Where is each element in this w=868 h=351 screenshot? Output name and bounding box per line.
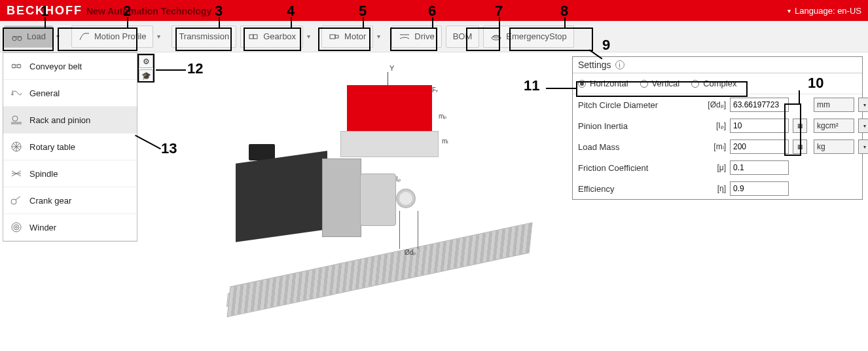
rack-pinion-icon (10, 113, 23, 126)
axis-y-label: Y (389, 64, 394, 72)
param-label: Friction Coefficient (578, 163, 696, 173)
sidebar-item-conveyor-belt[interactable]: Conveyor belt (3, 53, 137, 80)
param-symbol: [η] (700, 184, 726, 193)
general-icon (10, 86, 23, 100)
brand: BECKHOFF New Automation Technology (7, 4, 211, 18)
chevron-down-icon: ▾ (787, 7, 791, 14)
info-icon[interactable]: i (615, 60, 624, 69)
sidebar-item-crank-gear[interactable]: Crank gear (3, 187, 137, 214)
ann-12: 12 (187, 60, 203, 77)
dim-mp: mₚ (439, 113, 446, 120)
param-symbol: [mₗ] (700, 142, 726, 151)
inertia-unit-select[interactable]: kgcm² (814, 119, 854, 133)
motor-flange (322, 158, 361, 237)
load-type-menu: Conveyor belt General Rack and pinion Ro… (3, 52, 137, 242)
pitch-unit-dropdown[interactable]: ▾ (858, 98, 868, 112)
toolbar-gearbox[interactable]: Gearbox (240, 26, 303, 48)
dim-ip: Iₚ (396, 176, 401, 183)
motion-profile-icon (79, 31, 90, 43)
crank-gear-icon (10, 194, 23, 207)
load-diagram: Y Fᵣ mₚ mₗ Iₚ Ødₚ (203, 59, 570, 334)
gearbox-icon (247, 31, 259, 43)
brand-logo: BECKHOFF (7, 4, 82, 18)
sidebar-item-rotary-table[interactable]: Rotary table (3, 134, 137, 160)
mass-unit-dropdown[interactable]: ▾ (858, 139, 868, 154)
sidebar-item-spindle[interactable]: Spindle (3, 160, 137, 187)
toolbar-transmission[interactable]: Transmission (172, 26, 236, 48)
toolbar-emergency-stop[interactable]: EmergencyStop (483, 26, 574, 48)
param-symbol: [Ødₚ] (700, 100, 726, 109)
svg-rect-5 (335, 35, 338, 38)
simple-mode-button[interactable]: ⚙ (139, 55, 153, 68)
row-efficiency: Efficiency [η] (573, 178, 862, 199)
param-label: Pinion Inertia (578, 121, 696, 131)
toolbar-drive[interactable]: Drive (391, 26, 441, 48)
inertia-calc-button[interactable]: ▦ (793, 119, 807, 133)
svg-point-15 (16, 227, 18, 229)
rotary-table-icon (10, 140, 23, 153)
orientation-vertical[interactable]: Vertical (640, 79, 680, 88)
gearbox-body (360, 174, 396, 226)
gear-icon: ⚙ (143, 57, 150, 66)
orientation-radio-group: Horizontal Vertical Complex (573, 73, 862, 94)
gearbox-dropdown[interactable]: ▾ (303, 33, 314, 40)
settings-title: Settings (578, 60, 611, 70)
pitch-unit-select[interactable]: mm (814, 98, 854, 112)
inertia-input[interactable] (730, 119, 789, 133)
motor-icon (329, 31, 340, 43)
app-header: BECKHOFF New Automation Technology ▾ Lan… (0, 0, 868, 21)
load-dropdown[interactable]: ▾ (53, 33, 63, 40)
friction-input[interactable] (730, 160, 789, 175)
row-pitch-circle-diameter: Pitch Circle Diameter [Ødₚ] mm ▾ (573, 94, 862, 115)
sidebar-item-rack-and-pinion[interactable]: Rack and pinion (3, 107, 137, 134)
main-toolbar: Load ▾ Motion Profile ▾ Transmission Gea… (0, 21, 868, 52)
mass-unit-select[interactable]: kg (814, 139, 854, 154)
svg-point-0 (12, 37, 16, 41)
spindle-icon (10, 167, 23, 180)
sidebar-item-general[interactable]: General (3, 80, 137, 107)
param-label: Efficiency (578, 184, 696, 194)
mode-mini-buttons: ⚙ 🎓 (139, 55, 153, 83)
inertia-unit-dropdown[interactable]: ▾ (858, 119, 868, 133)
svg-point-12 (11, 199, 16, 204)
settings-panel: Settings i Horizontal Vertical Complex P… (572, 56, 863, 200)
sidebar-item-winder[interactable]: Winder (3, 214, 137, 241)
ann-13: 13 (161, 140, 177, 157)
row-pinion-inertia: Pinion Inertia [Iₚ] ▦ kgcm² ▾ (573, 115, 862, 136)
radio-icon (578, 80, 586, 88)
pinion (396, 189, 416, 208)
motion-profile-dropdown[interactable]: ▾ (153, 33, 164, 40)
toolbar-bom[interactable]: BOM (446, 26, 480, 48)
language-selector[interactable]: ▾ Language: en-US (787, 6, 861, 16)
svg-rect-3 (253, 35, 257, 39)
svg-point-13 (12, 223, 21, 232)
winder-icon (10, 221, 23, 234)
svg-point-10 (12, 116, 18, 121)
orientation-complex[interactable]: Complex (691, 79, 736, 88)
emergency-stop-icon (490, 31, 502, 43)
svg-point-14 (14, 225, 19, 230)
row-friction-coefficient: Friction Coefficient [μ] (573, 157, 862, 178)
svg-point-1 (18, 37, 22, 41)
language-label: Language: en-US (795, 6, 861, 16)
radio-icon (640, 80, 648, 88)
brand-tagline: New Automation Technology (86, 6, 211, 16)
param-symbol: [Iₚ] (700, 121, 726, 130)
mass-calc-button[interactable]: ▦ (793, 139, 807, 154)
orientation-horizontal[interactable]: Horizontal (578, 79, 628, 88)
motor-body (236, 151, 327, 242)
motor-dropdown[interactable]: ▾ (373, 33, 384, 40)
pitch-input[interactable] (730, 98, 789, 112)
toolbar-motion-profile[interactable]: Motion Profile (71, 26, 153, 48)
expert-mode-button[interactable]: 🎓 (139, 69, 153, 83)
dim-ml: mₗ (442, 138, 448, 145)
load-base (340, 131, 439, 157)
drive-icon (399, 31, 410, 43)
toolbar-motor[interactable]: Motor (321, 26, 373, 48)
efficiency-input[interactable] (730, 181, 789, 196)
load-icon (11, 31, 23, 43)
param-symbol: [μ] (700, 163, 726, 172)
radio-icon (691, 80, 699, 88)
mass-input[interactable] (730, 139, 789, 154)
toolbar-load[interactable]: Load (4, 26, 53, 48)
